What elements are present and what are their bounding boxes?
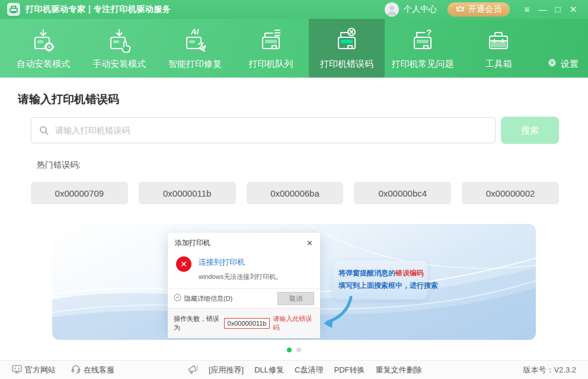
user-avatar[interactable]	[385, 2, 399, 17]
tip-text-2: 填写到上面搜索框中，进行搜索	[338, 281, 438, 290]
maximize-icon[interactable]: □	[550, 0, 565, 19]
tab-manual-install[interactable]: 手动安装模式	[81, 19, 157, 78]
megaphone-icon	[187, 364, 198, 376]
tab-printer-queue[interactable]: 打印机队列	[233, 19, 309, 78]
error-code-search-input[interactable]	[31, 117, 496, 143]
printer-queue-icon	[257, 26, 285, 57]
minimize-icon[interactable]: —	[535, 0, 550, 19]
toolbox-icon	[485, 26, 512, 57]
tab-label: 工具箱	[485, 59, 512, 70]
tab-printer-error-code[interactable]: 打印机错误码	[309, 19, 385, 78]
smart-repair-icon: AI	[181, 26, 209, 57]
carousel-dots	[0, 348, 588, 352]
hot-code-button[interactable]: 0x000006ba	[247, 182, 344, 204]
promo-duplicate-file-delete[interactable]: 重复文件删除	[375, 365, 421, 375]
hot-code-button[interactable]: 0x00000709	[31, 182, 128, 204]
printer-faq-icon: ?	[409, 26, 436, 57]
user-center-link[interactable]: 个人中心	[404, 4, 437, 15]
menu-icon[interactable]: ≡	[519, 0, 535, 19]
fail-note: 请输入此错误码	[273, 314, 314, 332]
curved-arrow-icon	[318, 295, 356, 332]
fail-text: 操作失败，错误为	[174, 314, 221, 332]
search-button[interactable]: 搜索	[501, 117, 559, 144]
mock-dialog-close-icon: ✕	[306, 239, 313, 248]
error-x-icon: ✕	[176, 256, 191, 272]
tab-printer-faq[interactable]: ? 打印机常见问题	[385, 19, 461, 78]
open-vip-button[interactable]: 开通会员	[448, 2, 510, 17]
page-title: 请输入打印机错误码	[18, 92, 119, 107]
gear-icon	[547, 58, 557, 70]
vip-button-label: 开通会员	[468, 4, 501, 15]
manual-install-icon	[106, 26, 133, 57]
title-bar: 打印机驱动专家 | 专注打印机驱动服务 个人中心 开通会员 ≡ — □ ✕	[0, 0, 588, 19]
carousel-dot-1[interactable]	[287, 348, 292, 352]
printer-error-code-icon	[333, 26, 360, 57]
search-icon	[39, 126, 49, 137]
mock-error-title: 连接到打印机	[199, 257, 282, 268]
version-label: 版本号：V2.3.2	[523, 365, 576, 375]
svg-text:AI: AI	[190, 27, 199, 36]
main-content: 请输入打印机错误码 搜索 热门错误码: 0x00000709 0x0000011…	[0, 78, 588, 360]
settings-button[interactable]: 设置	[547, 58, 579, 70]
mock-cancel-button: 取消	[277, 292, 314, 305]
hide-details-label: 隐藏详细信息(D)	[184, 294, 232, 303]
tab-label: 打印机队列	[249, 59, 293, 70]
online-service-link[interactable]: 在线客服	[71, 364, 114, 375]
promo-dll-repair[interactable]: DLL修复	[254, 365, 284, 375]
tab-auto-install[interactable]: 自动安装模式	[5, 19, 81, 78]
promo-app-recommend[interactable]: [应用推荐]	[209, 365, 244, 375]
tab-label: 自动安装模式	[17, 59, 70, 70]
mock-dialog-title: 添加打印机	[175, 238, 210, 248]
tip-text-1: 将弹窗提醒消息的	[338, 269, 395, 277]
settings-label: 设置	[561, 59, 579, 70]
auto-install-icon	[30, 26, 57, 57]
close-icon[interactable]: ✕	[565, 0, 581, 19]
promo-pdf-convert[interactable]: PDF转换	[334, 365, 365, 375]
hot-codes-label: 热门错误码:	[37, 160, 81, 171]
tab-label: 手动安装模式	[92, 59, 146, 70]
svg-text:?: ?	[426, 27, 432, 37]
hot-code-button[interactable]: 0x00000002	[462, 182, 559, 204]
tab-label: 智能打印修复	[168, 59, 222, 70]
online-service-label: 在线客服	[84, 365, 114, 375]
tab-toolbox[interactable]: 工具箱	[461, 19, 536, 78]
promo-c-drive-clean[interactable]: C盘清理	[295, 365, 323, 375]
tab-label: 打印机常见问题	[392, 59, 454, 70]
main-nav: 自动安装模式 手动安装模式 AI	[0, 19, 588, 78]
headset-icon	[71, 364, 81, 375]
tip-bubble: 将弹窗提醒消息的错误编码 填写到上面搜索框中，进行搜索	[333, 261, 427, 300]
official-site-label: 官方网站	[25, 365, 56, 375]
crown-icon	[456, 5, 465, 14]
app-title: 打印机驱动专家 | 专注打印机驱动服务	[25, 4, 171, 15]
help-banner[interactable]: 添加打印机 ✕ ✕ 连接到打印机 windows无法连接到打印机。 隐藏详细信息…	[52, 224, 536, 340]
chevron-up-circle-icon	[174, 294, 181, 303]
hot-code-button[interactable]: 0x0000011b	[139, 182, 236, 204]
hot-code-button[interactable]: 0x00000bc4	[354, 182, 451, 204]
official-site-link[interactable]: 官方网站	[12, 365, 56, 375]
tip-text-highlight: 错误编码	[395, 269, 424, 277]
monitor-icon	[12, 365, 22, 375]
app-logo-icon	[7, 3, 20, 16]
mock-error-desc: windows无法连接到打印机。	[199, 272, 282, 281]
tab-smart-repair[interactable]: AI 智能打印修复	[157, 19, 233, 78]
tab-label: 打印机错误码	[320, 59, 373, 70]
hot-codes-row: 0x00000709 0x0000011b 0x000006ba 0x00000…	[31, 182, 559, 204]
footer-bar: 官方网站 在线客服 [应用推荐] DLL修复 C盘清理 PD	[0, 360, 588, 379]
fail-error-code: 0x00000011b	[224, 318, 270, 329]
carousel-dot-2[interactable]	[296, 348, 301, 352]
mock-add-printer-dialog: 添加打印机 ✕ ✕ 连接到打印机 windows无法连接到打印机。 隐藏详细信息…	[168, 233, 320, 332]
